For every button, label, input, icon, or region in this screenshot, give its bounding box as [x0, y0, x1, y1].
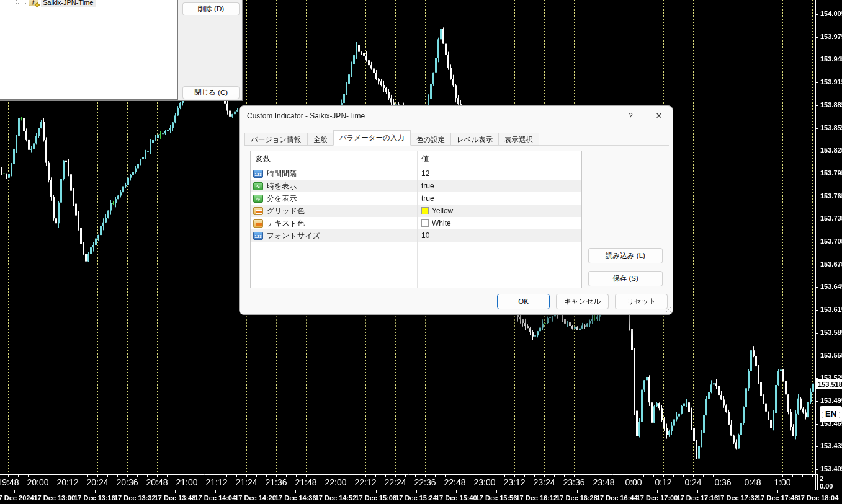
price-label: 153.705: [820, 237, 842, 245]
indicators-list-panel: ƒ Saikix-JPN-Time 削除 (D) 閉じる (C): [0, 0, 243, 101]
subwindow-scale-bottom: 0.00: [820, 482, 833, 490]
param-value[interactable]: true: [421, 194, 434, 203]
color-param-icon: [253, 207, 263, 215]
help-icon[interactable]: ?: [625, 110, 636, 122]
param-value[interactable]: true: [421, 182, 434, 190]
param-row[interactable]: グリッド色Yellow: [251, 205, 581, 217]
color-swatch: [421, 207, 429, 214]
tab-1[interactable]: 全般: [307, 133, 334, 146]
price-label: 153.915: [820, 78, 842, 86]
tab-3[interactable]: 色の設定: [410, 133, 451, 146]
language-badge[interactable]: EN: [820, 406, 842, 422]
param-name: フォントサイズ: [267, 231, 320, 241]
tree-line: [16, 3, 27, 4]
param-name: テキスト色: [267, 218, 305, 229]
close-icon[interactable]: ✕: [653, 110, 665, 122]
price-label: 153.885: [820, 101, 842, 108]
param-row[interactable]: ∿分を表示true: [251, 192, 581, 205]
price-label: 153.945: [820, 55, 842, 63]
mt4-terminal-screen: 153.518 154.005153.975153.945153.915153.…: [0, 0, 842, 504]
bool-param-icon: ∿: [253, 195, 263, 203]
load-button[interactable]: 読み込み (L): [588, 248, 663, 263]
price-label: 153.555: [820, 351, 842, 359]
param-name: 分を表示: [267, 193, 297, 204]
price-label: 153.795: [820, 169, 842, 177]
price-label: 153.765: [820, 192, 842, 200]
price-label: 153.585: [820, 329, 842, 336]
price-label: 153.735: [820, 214, 842, 222]
param-value[interactable]: 12: [421, 169, 429, 178]
param-value[interactable]: 10: [421, 231, 429, 240]
save-button[interactable]: 保存 (S): [588, 271, 663, 286]
current-price-box: 153.518: [816, 379, 842, 389]
price-label: 153.495: [820, 397, 842, 404]
param-row[interactable]: ∿時を表示true: [251, 180, 581, 192]
price-label: 153.855: [820, 124, 842, 131]
param-row[interactable]: 123時間間隔12: [251, 167, 581, 180]
price-label: 153.675: [820, 260, 842, 268]
param-row[interactable]: 123フォントサイズ10: [251, 229, 581, 242]
price-label: 153.645: [820, 283, 842, 290]
header-variable: 変数: [251, 151, 418, 167]
subwindow-scale-top: 2: [820, 475, 823, 482]
cancel-button[interactable]: キャンセル: [556, 294, 609, 309]
table-header: 変数値: [251, 151, 581, 167]
indicator-listbox[interactable]: ƒ Saikix-JPN-Time: [0, 0, 178, 100]
tab-2[interactable]: パラメーターの入力: [333, 130, 411, 146]
param-name: 時を表示: [267, 181, 297, 192]
reset-button[interactable]: リセット: [615, 294, 668, 309]
param-name: 時間間隔: [267, 169, 297, 179]
tab-4[interactable]: レベル表示: [450, 133, 499, 146]
price-label: 153.975: [820, 33, 842, 40]
numeric-param-icon: 123: [253, 232, 263, 240]
color-param-icon: [253, 219, 263, 228]
bool-param-icon: ∿: [253, 182, 263, 190]
jpn-time-subwindow[interactable]: 19:4820:0020:1220:2420:3620:4821:0021:12…: [0, 475, 817, 490]
param-name: グリッド色: [267, 206, 305, 216]
price-label: 153.615: [820, 306, 842, 313]
jpn-time-label: 1:00: [764, 477, 801, 487]
price-label: 153.435: [820, 442, 842, 449]
dialog-tabs: バージョン情報全般パラメーターの入力色の設定レベル表示表示選択: [244, 131, 669, 146]
tab-0[interactable]: バージョン情報: [244, 133, 308, 146]
date-label: 17 Dec 18:04: [790, 494, 842, 502]
badge-drag-handle-icon: [839, 410, 840, 418]
delete-button[interactable]: 削除 (D): [182, 2, 240, 15]
numeric-param-icon: 123: [253, 170, 263, 178]
param-value[interactable]: White: [432, 219, 451, 228]
close-panel-button[interactable]: 閉じる (C): [182, 86, 240, 99]
price-label: 153.405: [820, 465, 842, 472]
param-value[interactable]: Yellow: [432, 206, 453, 215]
custom-indicator-fx-icon: ƒ: [29, 0, 38, 6]
parameters-table[interactable]: 変数値123時間間隔12∿時を表示true∿分を表示trueグリッド色Yello…: [250, 151, 582, 288]
dialog-title: Custom Indicator - Saikix-JPN-Time: [247, 106, 365, 126]
indicator-list-item[interactable]: Saikix-JPN-Time: [41, 0, 96, 7]
ok-button[interactable]: OK: [497, 294, 550, 309]
time-axis[interactable]: 17 Dec 202417 Dec 13:0017 Dec 13:1617 De…: [0, 491, 842, 504]
custom-indicator-dialog: Custom Indicator - Saikix-JPN-Time ? ✕ バ…: [239, 105, 673, 315]
color-swatch: [421, 219, 429, 227]
header-value: 値: [418, 151, 581, 167]
price-label: 154.005: [820, 10, 842, 17]
param-row[interactable]: テキスト色White: [251, 217, 581, 229]
tab-5[interactable]: 表示選択: [498, 133, 539, 146]
table-empty-area: [251, 242, 581, 288]
price-label: 153.825: [820, 146, 842, 154]
